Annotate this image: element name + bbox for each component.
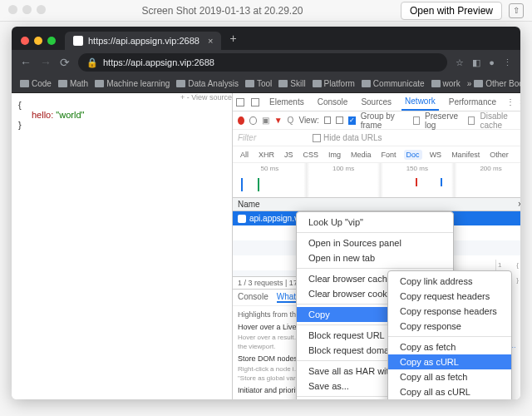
quicklook-title: Screen Shot 2019-01-13 at 20.29.20: [51, 5, 394, 17]
record-icon[interactable]: [238, 116, 244, 125]
bookmark-folder[interactable]: work: [431, 79, 461, 88]
type-other[interactable]: Other: [487, 150, 511, 160]
favicon-icon: [73, 36, 83, 46]
menu-copy-req-headers[interactable]: Copy request headers: [388, 289, 511, 304]
browser-tab[interactable]: https://api.appsign.vip:2688 ×: [65, 32, 221, 50]
camera-icon[interactable]: ▣: [262, 116, 269, 125]
tab-console[interactable]: Console: [314, 93, 352, 111]
network-type-filter: All XHR JS CSS Img Media Font Doc WS Man…: [233, 146, 520, 163]
forward-icon: →: [40, 56, 52, 69]
bookmark-folder[interactable]: Math: [58, 79, 88, 88]
clear-icon[interactable]: [249, 116, 257, 125]
menu-copy-all-fetch[interactable]: Copy all as fetch: [388, 369, 511, 384]
filter-icon[interactable]: ▼: [274, 116, 283, 125]
menu-open-sources[interactable]: Open in Sources panel: [297, 235, 453, 250]
chrome-tabstrip: https://api.appsign.vip:2688 × +: [12, 27, 520, 50]
url-text: https://api.appsign.vip:2688: [103, 57, 214, 67]
disable-cache-checkbox[interactable]: [468, 116, 475, 125]
type-img[interactable]: Img: [326, 150, 343, 160]
bookmark-folder[interactable]: Tool: [245, 79, 272, 88]
chrome-toolbar: ← → ⟳ 🔒 https://api.appsign.vip:2688 ☆ ◧…: [12, 50, 520, 75]
macos-titlebar: Screen Shot 2019-01-13 at 20.29.20 Open …: [0, 0, 532, 22]
chrome-window: https://api.appsign.vip:2688 × + ← → ⟳ 🔒…: [12, 27, 520, 399]
json-key: hello:: [32, 110, 53, 120]
menu-copy-as-fetch[interactable]: Copy as fetch: [388, 339, 511, 354]
menu-copy-response[interactable]: Copy response: [388, 319, 511, 334]
lock-icon[interactable]: 🔒: [86, 57, 98, 68]
back-icon[interactable]: ←: [20, 56, 32, 69]
page-content: + - View source { hello: "world" }: [12, 93, 232, 399]
drawer-tab-console[interactable]: Console: [238, 292, 268, 303]
type-ws[interactable]: WS: [427, 150, 445, 160]
tab-sources[interactable]: Sources: [357, 93, 395, 111]
type-font[interactable]: Font: [379, 150, 399, 160]
window-traffic-lights[interactable]: [18, 37, 58, 50]
json-value: "world": [56, 110, 84, 120]
view-small-icon[interactable]: [336, 116, 343, 124]
type-xhr[interactable]: XHR: [256, 150, 277, 160]
filter-input[interactable]: Filter: [238, 133, 256, 142]
type-media[interactable]: Media: [348, 150, 374, 160]
new-tab-button[interactable]: +: [221, 32, 244, 50]
tab-performance[interactable]: Performance: [446, 93, 500, 111]
profile-icon[interactable]: ●: [489, 57, 495, 68]
search-icon[interactable]: Q: [288, 116, 294, 125]
address-bar[interactable]: 🔒 https://api.appsign.vip:2688: [78, 53, 447, 72]
tab-title: https://api.appsign.vip:2688: [88, 36, 200, 46]
star-icon[interactable]: ☆: [456, 57, 464, 68]
extension-icon[interactable]: ◧: [472, 57, 480, 68]
bookmarks-bar: Code Math Machine learning Data Analysis…: [12, 75, 520, 93]
type-manifest[interactable]: Manifest: [449, 150, 482, 160]
network-waterfall-overview[interactable]: 50 ms 100 ms 150 ms 200 ms: [233, 163, 520, 198]
type-all[interactable]: All: [238, 150, 251, 160]
devtools-close-icon[interactable]: ×: [520, 97, 520, 106]
tab-network[interactable]: Network: [401, 93, 439, 111]
inspect-icon[interactable]: [236, 98, 244, 106]
macos-traffic-lights[interactable]: [8, 5, 51, 16]
hide-data-urls-checkbox[interactable]: [313, 134, 321, 142]
type-doc[interactable]: Doc: [404, 150, 422, 160]
menu-lookup[interactable]: Look Up "vip": [297, 215, 453, 230]
menu-copy-link[interactable]: Copy link address: [388, 274, 511, 289]
menu-icon[interactable]: ⋮: [503, 57, 512, 68]
preserve-log-checkbox[interactable]: [413, 116, 421, 125]
bookmark-folder[interactable]: Code: [20, 79, 52, 88]
close-preview-icon[interactable]: ×: [518, 200, 520, 209]
devtools-more-icon[interactable]: ⋮: [506, 97, 515, 106]
devtools-tabs: Elements Console Sources Network Perform…: [233, 93, 520, 111]
view-large-icon[interactable]: [324, 116, 332, 124]
menu-copy-as-curl[interactable]: Copy as cURL: [388, 354, 511, 369]
reload-icon[interactable]: ⟳: [60, 56, 70, 69]
close-tab-icon[interactable]: ×: [208, 36, 213, 46]
bookmark-folder[interactable]: Platform: [313, 79, 355, 88]
network-filter-row: Filter Hide data URLs: [233, 130, 520, 146]
share-icon[interactable]: ⇧: [509, 3, 524, 18]
bookmark-folder[interactable]: Skill: [278, 79, 305, 88]
tab-elements[interactable]: Elements: [266, 93, 308, 111]
menu-copy-all-curl[interactable]: Copy all as cURL: [388, 384, 511, 399]
request-favicon-icon: [238, 215, 246, 223]
device-icon[interactable]: [251, 98, 259, 106]
bookmark-folder[interactable]: Machine learning: [95, 79, 170, 88]
bookmark-folder[interactable]: Communicate: [362, 79, 425, 88]
network-table-header[interactable]: Name ×: [233, 198, 520, 211]
open-with-preview-button[interactable]: Open with Preview: [401, 2, 502, 20]
other-bookmarks[interactable]: » Other Bookmarks: [467, 79, 520, 88]
group-by-frame-checkbox[interactable]: ✓: [348, 116, 356, 125]
bookmark-folder[interactable]: Data Analysis: [176, 79, 239, 88]
network-toolbar: ▣ ▼ Q View: ✓ Group by frame Preserve lo…: [233, 111, 520, 130]
json-viewer-controls[interactable]: + - View source: [180, 93, 232, 102]
menu-copy-res-headers[interactable]: Copy response headers: [388, 304, 511, 319]
menu-open-tab[interactable]: Open in new tab: [297, 250, 453, 265]
type-js[interactable]: JS: [282, 150, 296, 160]
copy-submenu: Copy link address Copy request headers C…: [387, 270, 512, 399]
type-css[interactable]: CSS: [301, 150, 322, 160]
